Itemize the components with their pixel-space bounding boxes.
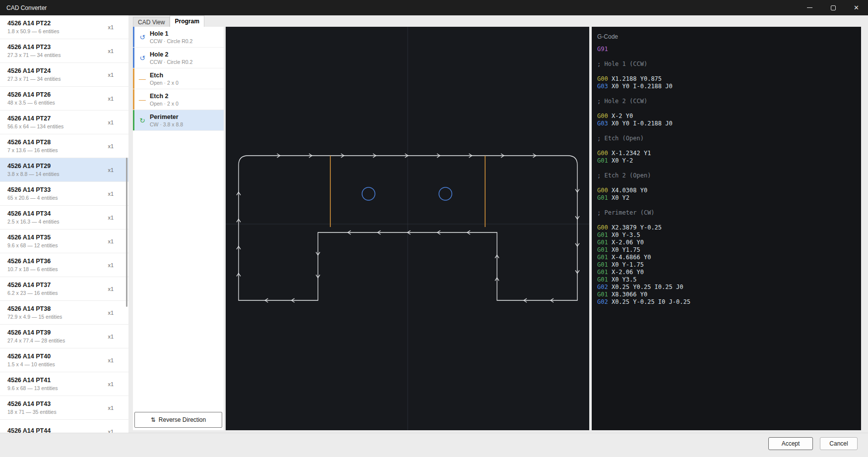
part-quantity: x1 (108, 381, 114, 387)
gcode-line (597, 165, 861, 172)
tab-cad-view[interactable]: CAD View (133, 17, 170, 27)
part-meta: 27.3 x 71 — 34 entities (7, 76, 108, 82)
minimize-button[interactable] (798, 0, 821, 15)
accept-button[interactable]: Accept (768, 437, 813, 450)
part-meta: 72.9 x 4.9 — 15 entities (7, 314, 108, 320)
part-quantity: x1 (108, 310, 114, 316)
sidebar-scrollbar-thumb[interactable] (126, 158, 127, 307)
close-button[interactable]: ✕ (845, 0, 868, 15)
gcode-listing: G91 ; Hole 1 (CCW) G00 X1.2188 Y0.875G03… (592, 46, 861, 306)
part-item[interactable]: 4526 A14 PT41 9.6 x 68 — 13 entities x1 (0, 372, 128, 396)
gcode-line: G01 X8.3066 Y0 (597, 291, 861, 298)
view-tabstrip: CAD View Program (133, 15, 204, 27)
maximize-icon (831, 5, 836, 10)
part-quantity: x1 (108, 167, 114, 173)
part-meta: 27.4 x 77.4 — 28 entities (7, 338, 108, 343)
part-quantity: x1 (108, 48, 114, 54)
part-item[interactable]: 4526 A14 PT43 18 x 71 — 35 entities x1 (0, 396, 128, 420)
part-name: 4526 A14 PT44 (7, 427, 108, 433)
part-text: 4526 A14 PT44 (7, 427, 108, 433)
gcode-line (597, 127, 861, 135)
operation-item[interactable]: — Etch 2 Open · 2 x 0 (133, 89, 224, 110)
cancel-button[interactable]: Cancel (820, 437, 858, 450)
part-name: 4526 A14 PT43 (7, 400, 108, 407)
operation-name: Hole 2 (150, 51, 192, 58)
app-window: CAD Converter ✕ 4526 A14 PT22 1.8 x 50.9… (0, 0, 868, 457)
gcode-line: G00 X-1.2342 Y1 (597, 150, 861, 157)
tab-program[interactable]: Program (170, 15, 204, 27)
window-controls: ✕ (798, 0, 868, 15)
part-text: 4526 A14 PT29 3.8 x 8.8 — 14 entities (7, 163, 108, 177)
gcode-line (597, 217, 861, 224)
part-text: 4526 A14 PT38 72.9 x 4.9 — 15 entities (7, 305, 108, 320)
part-item[interactable]: 4526 A14 PT33 65 x 20.6 — 4 entities x1 (0, 182, 128, 206)
part-item[interactable]: 4526 A14 PT22 1.8 x 50.9 — 6 entities x1 (0, 15, 128, 39)
part-item[interactable]: 4526 A14 PT29 3.8 x 8.8 — 14 entities x1 (0, 158, 128, 182)
gcode-line: G01 X-2.06 Y0 (597, 269, 861, 276)
gcode-line (597, 179, 861, 187)
part-quantity: x1 (108, 96, 114, 102)
gcode-line: G00 X4.0308 Y0 (597, 187, 861, 194)
part-quantity: x1 (108, 357, 114, 363)
part-meta: 2.5 x 16.3 — 4 entities (7, 219, 108, 225)
operation-meta: CCW · Circle R0.2 (150, 59, 192, 65)
gcode-line: G01 X0 Y1.75 (597, 246, 861, 254)
part-name: 4526 A14 PT40 (7, 353, 108, 360)
part-meta: 48 x 3.5 — 6 entities (7, 100, 108, 106)
part-meta: 27.3 x 71 — 34 entities (7, 52, 108, 58)
gcode-line: G03 X0 Y0 I-0.2188 J0 (597, 120, 861, 127)
part-item[interactable]: 4526 A14 PT23 27.3 x 71 — 34 entities x1 (0, 39, 128, 63)
close-icon: ✕ (854, 4, 859, 11)
part-meta: 65 x 20.6 — 4 entities (7, 195, 108, 201)
gcode-line: G03 X0 Y0 I-0.2188 J0 (597, 83, 861, 90)
part-text: 4526 A14 PT34 2.5 x 16.3 — 4 entities (7, 210, 108, 225)
part-meta: 9.6 x 68 — 13 entities (7, 385, 108, 391)
part-name: 4526 A14 PT36 (7, 258, 108, 265)
part-quantity: x1 (108, 119, 114, 125)
part-item[interactable]: 4526 A14 PT36 10.7 x 18 — 6 entities x1 (0, 253, 128, 277)
part-item[interactable]: 4526 A14 PT39 27.4 x 77.4 — 28 entities … (0, 325, 128, 348)
gcode-line: G01 X0 Y-3.5 (597, 231, 861, 239)
gcode-line: G01 X0 Y3.5 (597, 276, 861, 284)
part-text: 4526 A14 PT24 27.3 x 71 — 34 entities (7, 67, 108, 82)
operation-item[interactable]: ↺ Hole 2 CCW · Circle R0.2 (133, 48, 224, 68)
part-item[interactable]: 4526 A14 PT34 2.5 x 16.3 — 4 entities x1 (0, 206, 128, 229)
part-item[interactable]: 4526 A14 PT44 x1 (0, 420, 128, 433)
minimize-icon (807, 7, 812, 8)
window-title: CAD Converter (0, 4, 47, 11)
operation-text: Perimeter CW · 3.8 x 8.8 (150, 114, 183, 127)
parts-list: 4526 A14 PT22 1.8 x 50.9 — 6 entities x1… (0, 15, 128, 433)
operation-direction-icon: — (137, 96, 147, 103)
operation-meta: Open · 2 x 0 (150, 80, 179, 86)
gcode-line (597, 90, 861, 98)
part-item[interactable]: 4526 A14 PT27 56.6 x 64 — 134 entities x… (0, 111, 128, 134)
part-item[interactable]: 4526 A14 PT35 9.6 x 68 — 12 entities x1 (0, 229, 128, 253)
gcode-line (597, 68, 861, 75)
part-item[interactable]: 4526 A14 PT37 6.2 x 23 — 16 entities x1 (0, 277, 128, 301)
cad-canvas[interactable] (226, 27, 589, 430)
operation-item[interactable]: — Etch Open · 2 x 0 (133, 68, 224, 89)
part-item[interactable]: 4526 A14 PT26 48 x 3.5 — 6 entities x1 (0, 87, 128, 111)
part-name: 4526 A14 PT41 (7, 377, 108, 384)
part-quantity: x1 (108, 429, 114, 433)
maximize-button[interactable] (821, 0, 845, 15)
part-item[interactable]: 4526 A14 PT38 72.9 x 4.9 — 15 entities x… (0, 301, 128, 325)
operation-item[interactable]: ↺ Hole 1 CCW · Circle R0.2 (133, 27, 224, 48)
part-meta: 9.6 x 68 — 12 entities (7, 242, 108, 248)
part-text: 4526 A14 PT37 6.2 x 23 — 16 entities (7, 282, 108, 296)
gcode-line: ; Etch 2 (Open) (597, 172, 861, 179)
part-item[interactable]: 4526 A14 PT28 7 x 13.6 — 16 entities x1 (0, 134, 128, 158)
part-item[interactable]: 4526 A14 PT40 1.5 x 4 — 10 entities x1 (0, 348, 128, 372)
gcode-line: G02 X0.25 Y-0.25 I0 J-0.25 (597, 298, 861, 306)
reverse-direction-button[interactable]: ⇅ Reverse Direction (134, 412, 222, 428)
gcode-line: G91 (597, 46, 861, 53)
part-name: 4526 A14 PT39 (7, 329, 108, 336)
part-meta: 1.8 x 50.9 — 6 entities (7, 28, 108, 34)
part-text: 4526 A14 PT43 18 x 71 — 35 entities (7, 400, 108, 415)
operation-item[interactable]: ↻ Perimeter CW · 3.8 x 8.8 (133, 110, 224, 131)
part-name: 4526 A14 PT23 (7, 44, 108, 51)
gcode-line: G00 X2.3879 Y-0.25 (597, 224, 861, 231)
gcode-line (597, 53, 861, 60)
gcode-line: G00 X-2 Y0 (597, 113, 861, 120)
part-item[interactable]: 4526 A14 PT24 27.3 x 71 — 34 entities x1 (0, 63, 128, 87)
